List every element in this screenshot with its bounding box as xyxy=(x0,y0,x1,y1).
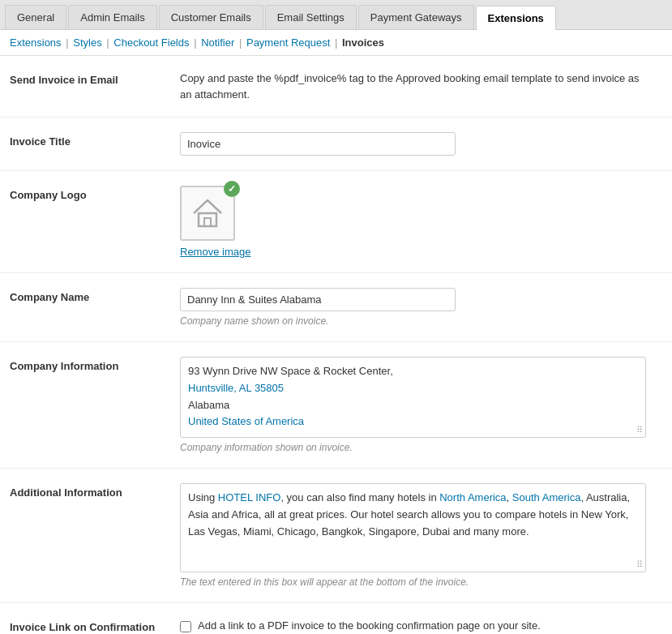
remove-image-link[interactable]: Remove image xyxy=(180,246,662,258)
company-logo-row: Company Logo ✓ Remove image xyxy=(0,171,672,273)
company-info-line1: 93 Wynn Drive NW Space & Rocket Center, xyxy=(188,365,393,377)
send-invoice-row: Send Invoice in Email Copy and paste the… xyxy=(0,56,672,118)
sep-3: | xyxy=(194,36,196,49)
additional-info-text: Using HOTEL INFO, you can also find many… xyxy=(188,491,630,538)
send-invoice-description: Copy and paste the %pdf_invoice% tag to … xyxy=(180,71,650,102)
invoice-title-input[interactable] xyxy=(180,132,456,156)
additional-information-row: Additional Information Using HOTEL INFO,… xyxy=(0,469,672,603)
subnav-payment-request[interactable]: Payment Request xyxy=(246,36,330,49)
tab-payment-gateways[interactable]: Payment Gateways xyxy=(358,5,474,29)
tabs-bar: General Admin Emails Customer Emails Ema… xyxy=(0,0,672,30)
sep-4: | xyxy=(239,36,242,49)
subnav-invoices-current: Invoices xyxy=(342,36,384,49)
resize-handle: ⠿ xyxy=(636,426,643,435)
tab-extensions[interactable]: Extensions xyxy=(476,6,556,30)
additional-information-hint: The text entered in this box will appear… xyxy=(180,576,662,588)
company-logo-field: ✓ Remove image xyxy=(180,186,662,258)
invoice-title-row: Invoice Title xyxy=(0,118,672,171)
logo-container: ✓ xyxy=(180,186,235,241)
company-information-row: Company Information 93 Wynn Drive NW Spa… xyxy=(0,342,672,469)
company-info-line3: Alabama xyxy=(188,399,229,411)
send-invoice-field: Copy and paste the %pdf_invoice% tag to … xyxy=(180,71,662,102)
additional-information-label: Additional Information xyxy=(10,483,180,499)
sep-5: | xyxy=(335,36,337,49)
company-information-hint: Company information shown on invoice. xyxy=(180,442,662,453)
company-name-row: Company Name Company name shown on invoi… xyxy=(0,273,672,342)
invoice-title-field xyxy=(180,132,662,156)
subnav-styles[interactable]: Styles xyxy=(73,36,101,49)
svg-rect-0 xyxy=(199,213,216,226)
company-info-line2: Huntsville, AL 35805 xyxy=(188,382,284,394)
tab-email-settings[interactable]: Email Settings xyxy=(265,5,357,29)
invoice-link-checkbox-row: Add a link to a PDF invoice to the booki… xyxy=(180,618,662,632)
company-information-box[interactable]: 93 Wynn Drive NW Space & Rocket Center, … xyxy=(180,357,646,438)
svg-rect-1 xyxy=(204,218,211,226)
invoice-link-checkbox-label: Add a link to a PDF invoice to the booki… xyxy=(198,619,541,632)
send-invoice-label: Send Invoice in Email xyxy=(10,71,180,86)
tab-customer-emails[interactable]: Customer Emails xyxy=(159,5,263,29)
sep-1: | xyxy=(66,36,68,49)
company-name-label: Company Name xyxy=(10,288,180,303)
company-name-hint: Company name shown on invoice. xyxy=(180,315,662,327)
resize-handle-2: ⠿ xyxy=(636,560,643,569)
invoice-link-field: Add a link to a PDF invoice to the booki… xyxy=(180,618,662,632)
company-information-label: Company Information xyxy=(10,357,180,372)
invoice-link-label: Invoice Link on Confirmation Page xyxy=(10,618,180,634)
check-badge: ✓ xyxy=(224,181,240,197)
house-icon xyxy=(190,195,225,232)
additional-information-field: Using HOTEL INFO, you can also find many… xyxy=(180,483,662,588)
company-name-field: Company name shown on invoice. xyxy=(180,288,662,327)
sep-2: | xyxy=(106,36,109,49)
invoice-link-checkbox[interactable] xyxy=(180,621,191,632)
subnav-extensions[interactable]: Extensions xyxy=(10,36,62,49)
invoice-link-row: Invoice Link on Confirmation Page Add a … xyxy=(0,603,672,634)
tab-admin-emails[interactable]: Admin Emails xyxy=(68,5,156,29)
company-info-line4: United States of America xyxy=(188,415,304,427)
sub-navigation: Extensions | Styles | Checkout Fields | … xyxy=(0,30,672,56)
settings-content: Send Invoice in Email Copy and paste the… xyxy=(0,56,672,634)
company-logo-label: Company Logo xyxy=(10,186,180,201)
tab-general[interactable]: General xyxy=(5,5,66,29)
additional-information-box[interactable]: Using HOTEL INFO, you can also find many… xyxy=(180,483,646,572)
subnav-checkout-fields[interactable]: Checkout Fields xyxy=(113,36,189,49)
company-name-input[interactable] xyxy=(180,288,456,311)
invoice-title-label: Invoice Title xyxy=(10,132,180,148)
company-information-field: 93 Wynn Drive NW Space & Rocket Center, … xyxy=(180,357,662,453)
subnav-notifier[interactable]: Notifier xyxy=(201,36,234,49)
